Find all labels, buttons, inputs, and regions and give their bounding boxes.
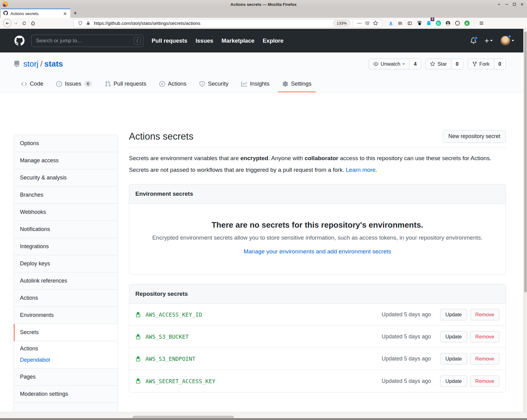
lock-icon[interactable]: [84, 19, 92, 27]
watchers-count[interactable]: 4: [409, 59, 421, 69]
sidebar-item-moderation-settings[interactable]: Moderation settings: [14, 386, 118, 403]
update-button[interactable]: Update: [440, 376, 467, 387]
tab-pull-requests[interactable]: Pull requests: [101, 76, 151, 92]
tab-insights[interactable]: Insights: [237, 76, 274, 92]
stars-count[interactable]: 0: [451, 59, 463, 69]
chevron-down-icon: [490, 40, 493, 41]
secret-row: AWS_ACCESS_KEY_ID Updated 5 days ago Upd…: [129, 304, 506, 326]
nav-explore[interactable]: Explore: [263, 37, 284, 44]
secret-updated: Updated 5 days ago: [382, 333, 431, 340]
sidebar-item-secrets[interactable]: Secrets: [14, 324, 118, 341]
maximize-icon[interactable]: [512, 2, 517, 7]
screen: Actions secrets — Mozilla Firefox Action…: [0, 0, 527, 420]
sidebar-item-options[interactable]: Options: [14, 135, 118, 152]
lock-icon: [135, 356, 141, 362]
url-bar[interactable]: https://github.com/storj/stats/settings/…: [73, 19, 382, 28]
learn-more-link[interactable]: Learn more: [346, 167, 376, 173]
downloads-icon[interactable]: [386, 19, 395, 28]
manage-environments-link[interactable]: Manage your environments and add environ…: [244, 248, 391, 255]
update-button[interactable]: Update: [440, 353, 467, 364]
nav-marketplace[interactable]: Marketplace: [222, 37, 254, 44]
browser-tab[interactable]: Actions secrets ✕: [1, 9, 70, 18]
update-button[interactable]: Update: [440, 331, 467, 342]
gnome-extension-icon[interactable]: [415, 19, 424, 28]
tab-security[interactable]: Security: [195, 76, 233, 92]
sidebars-icon[interactable]: [405, 19, 414, 28]
bookmark-star-icon[interactable]: [371, 19, 379, 27]
secret-name[interactable]: AWS_SECRET_ACCESS_KEY: [145, 378, 215, 384]
nav-issues[interactable]: Issues: [196, 37, 213, 44]
ghostery-extension-icon[interactable]: 0: [424, 19, 433, 28]
adblock-extension-icon[interactable]: A: [463, 19, 471, 28]
tab-pull-requests-label: Pull requests: [114, 80, 146, 87]
new-repository-secret-button[interactable]: New repository secret: [443, 130, 506, 143]
fork-label: Fork: [479, 61, 490, 67]
tab-close-icon[interactable]: ✕: [62, 11, 68, 16]
scrollbar[interactable]: [523, 29, 527, 412]
sidebar-item-environments[interactable]: Environments: [14, 307, 118, 324]
fork-button[interactable]: Fork: [468, 59, 494, 69]
forward-button[interactable]: [11, 19, 20, 28]
library-icon[interactable]: [396, 19, 405, 28]
account-icon[interactable]: [444, 19, 452, 28]
unwatch-button[interactable]: Unwatch: [369, 59, 409, 69]
avatar[interactable]: [501, 36, 510, 45]
sidebar-item-autolink-references[interactable]: Autolink references: [14, 272, 118, 290]
sidebar-subitem-dependabot[interactable]: Dependabot: [20, 357, 111, 363]
tab-actions[interactable]: Actions: [155, 76, 191, 92]
minimize-icon[interactable]: [504, 2, 509, 7]
sidebar-item-manage-access[interactable]: Manage access: [14, 152, 118, 169]
zoom-level-badge[interactable]: 133%: [333, 20, 350, 26]
create-new-button[interactable]: +: [485, 37, 493, 45]
sidebar-item-webhooks[interactable]: Webhooks: [14, 204, 118, 221]
grammarly-extension-icon[interactable]: G: [434, 19, 443, 28]
sidebar-subitem-actions[interactable]: Actions: [20, 345, 111, 352]
sidebar-item-pages[interactable]: Pages: [14, 368, 118, 386]
page-actions-icon[interactable]: [355, 19, 363, 27]
scrollbar-thumb[interactable]: [524, 32, 527, 292]
bottom-window-edge: [0, 412, 527, 420]
tab-issues[interactable]: Issues 6: [52, 76, 96, 92]
sidebar-item-security-analysis[interactable]: Security & analysis: [14, 169, 118, 187]
tab-code[interactable]: Code: [17, 76, 48, 92]
hamburger-menu-icon[interactable]: [477, 19, 486, 28]
code-icon: [21, 81, 27, 87]
remove-button[interactable]: Remove: [470, 353, 499, 364]
remove-button[interactable]: Remove: [470, 376, 499, 387]
dark-mode-extension-icon[interactable]: [453, 19, 462, 28]
repo-name-link[interactable]: stats: [44, 59, 63, 68]
remove-button[interactable]: Remove: [470, 331, 499, 342]
pocket-icon[interactable]: [363, 19, 371, 27]
window-menu-chevron-icon[interactable]: [497, 2, 502, 7]
secret-name[interactable]: AWS_S3_ENDPOINT: [145, 356, 196, 362]
sidebar-item-actions[interactable]: Actions: [14, 290, 118, 307]
notifications-bell-icon[interactable]: [470, 37, 477, 44]
sidebar-item-branches[interactable]: Branches: [14, 187, 118, 204]
nav-pull-requests[interactable]: Pull requests: [152, 37, 187, 44]
secret-name[interactable]: AWS_S3_BUCKET: [145, 333, 189, 340]
tracking-protection-shield-icon[interactable]: [76, 19, 84, 27]
new-tab-button[interactable]: +: [70, 9, 80, 18]
forks-count[interactable]: 0: [494, 59, 506, 69]
back-button[interactable]: [3, 19, 11, 27]
home-button[interactable]: [29, 19, 37, 28]
repository-secrets-header: Repository secrets: [129, 284, 506, 304]
sidebar-item-notifications[interactable]: Notifications: [14, 221, 118, 238]
sidebar-item-integrations[interactable]: Integrations: [14, 238, 118, 255]
close-icon[interactable]: [520, 2, 525, 7]
repo-actions: Unwatch 4 Star 0 Fork: [369, 59, 506, 69]
url-text[interactable]: https://github.com/storj/stats/settings/…: [94, 21, 333, 26]
github-logo-icon[interactable]: [14, 36, 25, 46]
tab-settings[interactable]: Settings: [278, 76, 316, 92]
secret-name[interactable]: AWS_ACCESS_KEY_ID: [145, 311, 202, 318]
remove-button[interactable]: Remove: [470, 309, 499, 320]
urlbar-divider: [353, 20, 353, 26]
search-input[interactable]: [31, 35, 143, 47]
repo-owner-link[interactable]: storj: [23, 59, 38, 68]
update-button[interactable]: Update: [440, 309, 467, 320]
star-button[interactable]: Star: [426, 59, 451, 69]
sidebar-item-deploy-keys[interactable]: Deploy keys: [14, 255, 118, 272]
user-menu[interactable]: [501, 36, 514, 45]
github-search[interactable]: /: [31, 35, 143, 47]
reload-button[interactable]: [20, 19, 29, 28]
